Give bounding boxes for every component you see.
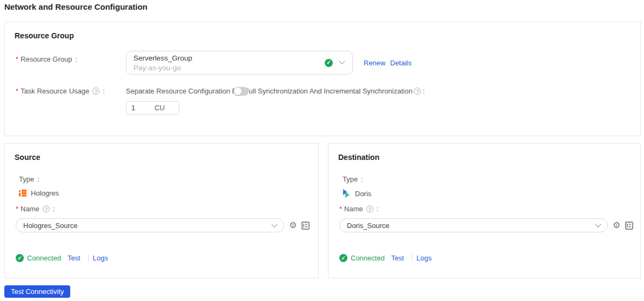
destination-type-value: Doris: [343, 189, 371, 198]
renew-link[interactable]: Renew: [364, 59, 385, 67]
source-type-name: Hologres: [31, 189, 59, 197]
chevron-down-icon: [595, 224, 601, 228]
connected-check-icon: ✓: [339, 254, 347, 262]
resource-group-label: *Resource Group:: [16, 55, 77, 63]
separate-config-row: Separate Resource Configuration For Full…: [126, 87, 425, 95]
destination-name-row: Doris_Source ⚙: [339, 218, 633, 232]
source-panel: Source Type: Hologres *Name?: Hologres_S…: [4, 143, 319, 278]
destination-name-label: *Name?:: [339, 205, 378, 213]
destination-status-text: Connected: [351, 254, 385, 262]
resource-group-heading: Resource Group: [15, 31, 74, 40]
chevron-down-icon: [271, 224, 278, 228]
resource-group-select[interactable]: Serverless_Group Pay-as-you-go ✓: [126, 51, 353, 75]
destination-type-name: Doris: [355, 190, 371, 198]
help-icon[interactable]: ?: [43, 205, 50, 212]
destination-name-select[interactable]: Doris_Source: [339, 218, 608, 232]
required-asterisk: *: [16, 87, 18, 95]
source-test-link[interactable]: Test: [68, 254, 81, 262]
gear-icon[interactable]: ⚙: [289, 221, 297, 230]
required-asterisk: *: [16, 205, 18, 213]
chevron-down-icon: [339, 61, 345, 65]
source-name-select[interactable]: Hologres_Source: [16, 218, 284, 232]
help-icon[interactable]: ?: [92, 88, 99, 95]
datasource-detail-icon[interactable]: [301, 222, 310, 230]
help-icon[interactable]: ?: [414, 88, 421, 95]
test-connectivity-button[interactable]: Test Connectivity: [4, 285, 70, 298]
toggle-knob: [234, 88, 242, 95]
destination-panel: Destination Type: Doris *Name?: Doris_So…: [328, 143, 641, 278]
destination-test-link[interactable]: Test: [391, 254, 404, 262]
source-type-value: Hologres: [19, 189, 59, 197]
help-icon[interactable]: ?: [366, 205, 373, 212]
doris-icon: [343, 189, 351, 198]
cu-input-box: CU: [126, 101, 179, 115]
network-resource-configuration-page: Network and Resource Configuration Resou…: [0, 0, 644, 301]
cu-value-input[interactable]: [126, 104, 148, 112]
destination-logs-link[interactable]: Logs: [417, 254, 432, 262]
destination-type-label: Type:: [343, 175, 363, 183]
task-resource-usage-label: *Task Resource Usage?:: [16, 87, 105, 95]
source-logs-link[interactable]: Logs: [93, 254, 108, 262]
source-status-text: Connected: [27, 254, 61, 262]
cu-unit-label: CU: [155, 104, 165, 112]
resource-group-select-value: Serverless_Group: [133, 54, 192, 62]
divider: [412, 255, 412, 262]
source-heading: Source: [15, 153, 40, 162]
source-name-label: *Name?:: [16, 205, 55, 213]
source-name-row: Hologres_Source ⚙: [16, 218, 310, 232]
gear-icon[interactable]: ⚙: [613, 221, 620, 230]
hologres-icon: [19, 189, 27, 197]
source-name-select-value: Hologres_Source: [16, 222, 77, 230]
source-type-label: Type:: [19, 175, 39, 183]
connected-check-icon: ✓: [16, 254, 24, 262]
resource-group-panel: Resource Group *Resource Group: Serverle…: [4, 22, 641, 136]
destination-status-row: ✓ Connected Test Logs: [339, 254, 432, 262]
divider: [88, 255, 89, 262]
separate-config-toggle[interactable]: [233, 87, 249, 96]
separate-config-label: Separate Resource Configuration For Full…: [126, 87, 412, 95]
resource-group-select-subtext: Pay-as-you-go: [133, 64, 181, 72]
page-title: Network and Resource Configuration: [4, 2, 147, 11]
destination-heading: Destination: [338, 153, 379, 162]
destination-name-select-value: Doris_Source: [340, 222, 390, 230]
datasource-detail-icon[interactable]: [625, 222, 633, 230]
source-status-row: ✓ Connected Test Logs: [16, 254, 108, 262]
status-ok-icon: ✓: [325, 59, 333, 67]
required-asterisk: *: [16, 55, 18, 63]
details-link[interactable]: Details: [390, 59, 412, 67]
required-asterisk: *: [339, 205, 342, 213]
